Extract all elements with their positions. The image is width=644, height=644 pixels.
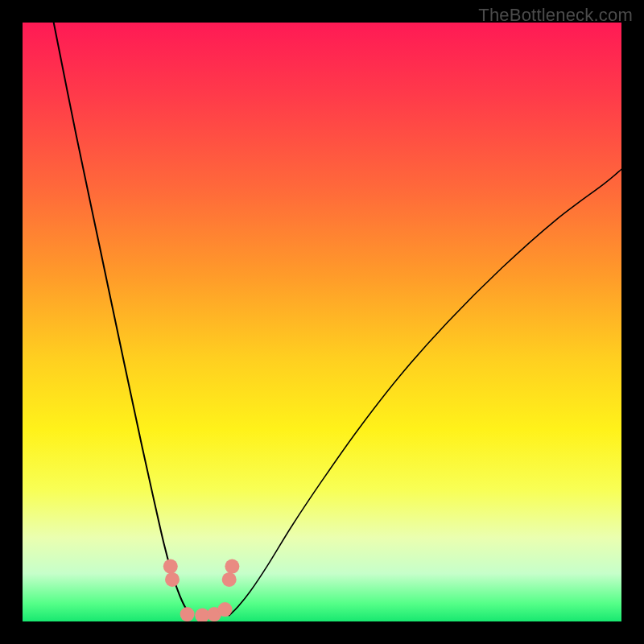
marker-dot bbox=[222, 572, 237, 587]
chart-svg bbox=[23, 23, 621, 621]
marker-dot bbox=[163, 559, 178, 574]
plot-area bbox=[23, 23, 621, 621]
bottleneck-markers bbox=[163, 559, 240, 621]
marker-dot bbox=[165, 572, 180, 587]
marker-dot bbox=[217, 602, 232, 617]
curve-left bbox=[54, 23, 193, 616]
watermark-text: TheBottleneck.com bbox=[478, 5, 633, 26]
marker-dot bbox=[225, 559, 239, 574]
marker-dot bbox=[180, 607, 195, 621]
curve-right bbox=[229, 169, 621, 615]
outer-frame: TheBottleneck.com bbox=[0, 0, 644, 644]
